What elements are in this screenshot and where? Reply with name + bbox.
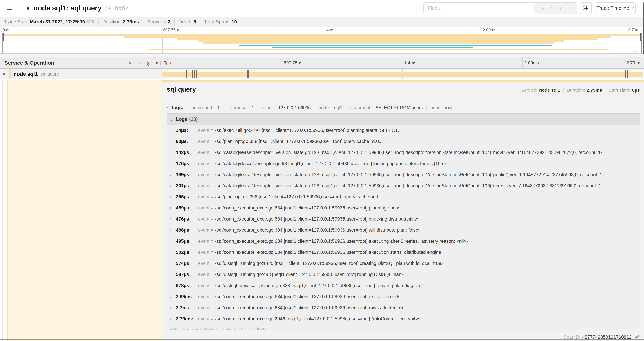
- tag-key: statement: [350, 105, 370, 110]
- log-equals: =: [211, 128, 214, 133]
- locate-icon[interactable]: ◎: [540, 5, 544, 11]
- log-entry-row[interactable]: › 486μs: event = ‹sql/conn_executor_exec…: [167, 225, 640, 236]
- span-row[interactable]: ∨ node sql1 sql query: [0, 69, 644, 79]
- log-entry-row[interactable]: › 678μs: event = ‹sql/distsql_physical_p…: [167, 280, 640, 291]
- next-result-icon[interactable]: ∨: [559, 5, 563, 11]
- span-operation-name: sql query: [40, 71, 59, 77]
- span-row-name-column[interactable]: ∨ node sql1 sql query: [0, 69, 162, 79]
- log-entry-row[interactable]: › 476μs: event = ‹sql/conn_executor_exec…: [167, 213, 640, 225]
- span-collapse-chevron-icon[interactable]: ∨: [2, 72, 6, 76]
- log-equals: =: [211, 316, 214, 321]
- log-timestamp: 176μs:: [176, 161, 198, 166]
- detail-color-stripe: [6, 80, 8, 341]
- find-box: ◎ ∧ ∨ ×: [424, 3, 577, 14]
- log-entry-row[interactable]: › 34μs: event = ‹sql/exec_util.go:2297 […: [167, 125, 640, 136]
- log-field-key: event: [198, 250, 210, 255]
- title-collapse-chevron-icon[interactable]: ∨: [26, 5, 30, 11]
- log-entry-row[interactable]: › 142μs: event = ‹sql/catalog/lease/desc…: [167, 147, 640, 158]
- tags-accordion[interactable]: › Tags: _unfinished = 1 _verbose = 1: [167, 103, 640, 112]
- collapse-all-icon[interactable]: ∨∨: [144, 60, 153, 66]
- expand-one-icon[interactable]: ›: [135, 60, 144, 66]
- log-timestamp: 495μs:: [176, 239, 198, 244]
- log-tick-mark: [225, 70, 226, 78]
- log-chevron-right-icon: ›: [170, 139, 176, 144]
- log-timestamp: 476μs:: [176, 216, 198, 222]
- log-tick-mark: [168, 70, 168, 78]
- span-duration-bar[interactable]: [162, 72, 643, 77]
- detail-operation-title: sql query: [167, 86, 196, 93]
- log-tick-mark: [192, 70, 193, 78]
- trace-view-select[interactable]: Trace Timeline ∨: [595, 3, 636, 14]
- log-chevron-right-icon: ›: [170, 283, 176, 288]
- tag-pill: node = sql1: [314, 105, 346, 110]
- log-chevron-right-icon: ›: [170, 305, 176, 310]
- log-entry-row[interactable]: › 80μs: event = ‹sql/plan_opt.go:358 [ns…: [167, 136, 640, 147]
- log-entry-row[interactable]: › 502μs: event = ‹sql/conn_executor_exec…: [167, 247, 640, 258]
- minimap-span-bar: [147, 49, 609, 50]
- minimap-spacer: [0, 53, 644, 57]
- log-timestamp: 80μs:: [176, 139, 198, 144]
- log-entry-row[interactable]: › 201μs: event = ‹sql/catalog/lease/desc…: [167, 180, 640, 191]
- minimap-right-drag-handle[interactable]: [640, 34, 641, 42]
- log-field-value: ‹sql/exec_util.go:2297 [nsql1,client=127…: [215, 128, 400, 133]
- log-entry-row[interactable]: › 2.69ms: event = ‹sql/conn_executor_exe…: [167, 291, 640, 302]
- logs-header[interactable]: ∨ Logs (18): [167, 114, 640, 125]
- log-timestamp: 142μs:: [176, 150, 198, 155]
- axis-gridline: [402, 57, 402, 69]
- log-entry-row[interactable]: › 366μs: event = ‹sql/plan_opt.go:358 [n…: [167, 191, 640, 202]
- minimap-canvas[interactable]: [2, 33, 642, 53]
- log-chevron-right-icon: ›: [170, 250, 176, 254]
- log-field-key: event: [198, 316, 210, 321]
- find-input[interactable]: [424, 3, 534, 14]
- log-field-key: event: [198, 205, 210, 211]
- tag-value: 127.0.0.1:59936: [278, 105, 311, 110]
- log-entry-row[interactable]: › 597μs: event = ‹sql/distsql_running.go…: [167, 269, 640, 280]
- bottom-row-border: [0, 339, 644, 340]
- log-equals: =: [211, 261, 214, 266]
- trace-info-bar: Trace Start March 31 2022, 17:25:09.326 …: [0, 17, 644, 27]
- log-entry-row[interactable]: › 189μs: event = ‹sql/catalog/lease/desc…: [167, 169, 640, 180]
- log-equals: =: [211, 183, 214, 189]
- log-chevron-right-icon: ›: [170, 294, 176, 299]
- log-entry-row[interactable]: › 459μs: event = ‹sql/conn_executor_exec…: [167, 202, 640, 213]
- prev-result-icon[interactable]: ∧: [550, 5, 553, 11]
- log-field-key: event: [198, 294, 210, 299]
- meta-label: Service:: [521, 88, 538, 93]
- log-entry-row[interactable]: › 2.7ms: event = ‹sql/conn_executor_exec…: [167, 302, 640, 313]
- log-entry-row[interactable]: › 176μs: event = ‹sql/catalog/descs/desc…: [167, 158, 640, 169]
- log-field-key: event: [198, 283, 210, 288]
- log-chevron-right-icon: ›: [170, 261, 176, 266]
- back-button[interactable]: ←: [0, 0, 20, 16]
- vertical-scrollbar[interactable]: [642, 2, 644, 54]
- keyboard-shortcuts-button[interactable]: ⌘: [580, 3, 592, 14]
- log-field-key: event: [198, 272, 210, 277]
- log-timestamp: 502μs:: [176, 250, 198, 255]
- depth-value: 6: [194, 19, 196, 25]
- minimap-left-drag-handle[interactable]: [3, 34, 4, 42]
- log-field-value: ‹sql/conn_executor_exec.go:684 [nsql1,cl…: [215, 205, 400, 211]
- log-equals: =: [211, 305, 214, 310]
- log-timestamp: 678μs:: [176, 283, 198, 288]
- log-field-key: event: [198, 183, 210, 189]
- log-entry-row[interactable]: › 2.79ms: event = ‹sql/conn_executor_exe…: [167, 313, 640, 324]
- log-tick-mark: [241, 70, 242, 78]
- log-entry-row[interactable]: › 495μs: event = ‹sql/conn_executor_exec…: [167, 236, 640, 247]
- log-field-value: ‹sql/conn_executor_exec.go:684 [nsql1,cl…: [215, 239, 468, 244]
- log-entry-row[interactable]: › 574μs: event = ‹sql/distsql_running.go…: [167, 258, 640, 269]
- jaeger-trace-page: ← ∨ node sql1: sql query 7418682 ◎ ∧ ∨ ×…: [0, 0, 644, 341]
- log-chevron-right-icon: ›: [170, 161, 176, 166]
- tag-value: SELECT * FROM users: [376, 105, 423, 110]
- tag-pill: statement = SELECT * FROM users: [346, 105, 426, 110]
- log-chevron-right-icon: ›: [170, 150, 176, 155]
- log-tick-mark: [261, 70, 261, 78]
- column-resizer-grip[interactable]: [158, 61, 161, 65]
- chevron-down-icon: ∨: [631, 6, 634, 10]
- minimap-label-2: 1.4ms: [323, 28, 334, 33]
- services-item: Services 2: [143, 19, 170, 25]
- clear-search-icon[interactable]: ×: [568, 5, 571, 11]
- minimap-span-bar: [3, 34, 641, 36]
- collapse-one-icon[interactable]: ∨: [126, 60, 135, 66]
- meta-item: Service: node sql1: [521, 88, 560, 93]
- log-timestamp: 459μs:: [176, 205, 198, 211]
- log-chevron-right-icon: ›: [170, 195, 176, 199]
